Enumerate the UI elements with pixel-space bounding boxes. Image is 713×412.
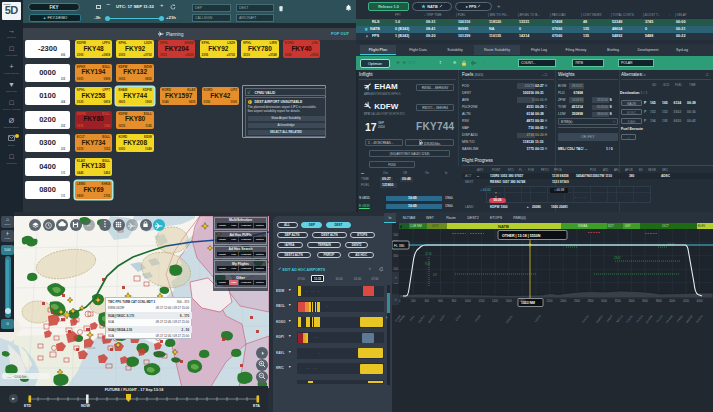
svg-text:23 42: 23 42 bbox=[614, 256, 621, 260]
svg-text:1200: 1200 bbox=[478, 299, 484, 303]
svg-text:NATB: NATB bbox=[498, 224, 509, 229]
svg-text:OCT: OCT bbox=[662, 224, 669, 228]
svg-text:3400: 3400 bbox=[628, 299, 634, 303]
svg-text:1600: 1600 bbox=[506, 299, 512, 303]
svg-text:OCT: OCT bbox=[432, 224, 439, 228]
svg-text:2800: 2800 bbox=[588, 299, 594, 303]
svg-text:ELEV: ELEV bbox=[698, 224, 705, 228]
svg-text:OTHER | 13:18 | 5550N: OTHER | 13:18 | 5550N bbox=[502, 234, 541, 238]
svg-text:300: 300 bbox=[393, 254, 398, 258]
svg-text:3800: 3800 bbox=[656, 299, 662, 303]
svg-text:2400: 2400 bbox=[560, 299, 566, 303]
svg-text:500: 500 bbox=[393, 233, 398, 237]
svg-text:FL 380: FL 380 bbox=[394, 244, 405, 248]
svg-text:4400: 4400 bbox=[697, 299, 703, 303]
svg-text:1800: 1800 bbox=[519, 299, 525, 303]
svg-text:3600: 3600 bbox=[642, 299, 648, 303]
svg-text:4: 4 bbox=[400, 225, 402, 229]
svg-text:12 16: 12 16 bbox=[425, 252, 432, 256]
svg-text:1.0E NM: 1.0E NM bbox=[410, 224, 422, 228]
svg-text:4200: 4200 bbox=[683, 299, 689, 303]
svg-text:1000: 1000 bbox=[465, 299, 471, 303]
svg-text:200: 200 bbox=[411, 299, 416, 303]
svg-text:2200: 2200 bbox=[547, 299, 553, 303]
svg-text:3000: 3000 bbox=[601, 299, 607, 303]
svg-text:9 12: 9 12 bbox=[425, 262, 431, 266]
svg-text:4000: 4000 bbox=[669, 299, 675, 303]
svg-text:800: 800 bbox=[452, 299, 457, 303]
svg-text:── ~1000 km: ── ~1000 km bbox=[6, 375, 27, 379]
svg-text:G3Y: G3Y bbox=[625, 224, 631, 228]
svg-text:3200: 3200 bbox=[615, 299, 621, 303]
svg-text:2600: 2600 bbox=[574, 299, 580, 303]
svg-text:200: 200 bbox=[393, 267, 398, 271]
svg-text:DCT: DCT bbox=[608, 224, 614, 228]
svg-text:600: 600 bbox=[438, 299, 443, 303]
svg-text:4 8: 4 8 bbox=[433, 273, 437, 277]
svg-text:México: México bbox=[84, 346, 95, 350]
svg-text:NWAA: NWAA bbox=[578, 224, 588, 228]
svg-text:1400: 1400 bbox=[492, 299, 498, 303]
svg-text:400: 400 bbox=[425, 299, 430, 303]
